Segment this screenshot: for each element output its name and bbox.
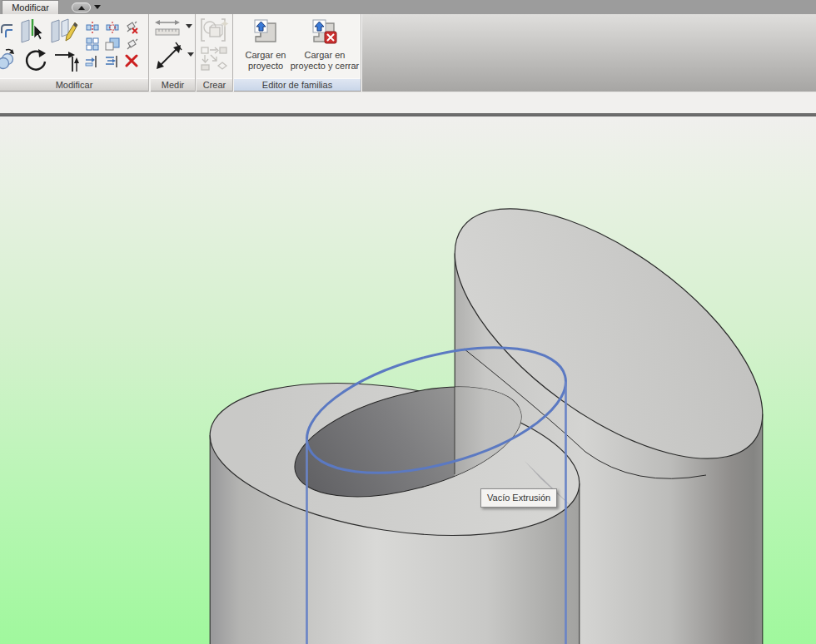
- create-similar-icon[interactable]: [201, 46, 229, 72]
- pin-icon[interactable]: [126, 38, 139, 51]
- ribbon-collapse-caret-icon[interactable]: [94, 5, 101, 9]
- load-into-project-and-close-label-line2: proyecto y cerrar: [289, 61, 361, 72]
- ribbon-empty-area: [361, 14, 816, 92]
- rotate-icon[interactable]: [22, 48, 48, 73]
- panel-label-modificar[interactable]: Modificar: [0, 78, 148, 92]
- scale-icon[interactable]: [105, 37, 120, 51]
- panel-crear-body: [197, 14, 232, 78]
- drawing-canvas[interactable]: Vacío Extrusión: [0, 115, 816, 644]
- trim-extend-multiple-icon[interactable]: [52, 47, 81, 73]
- 3d-view: [0, 116, 816, 644]
- array-icon[interactable]: [86, 37, 99, 51]
- load-into-project-and-close-icon: [311, 18, 339, 45]
- offset-icon[interactable]: [0, 22, 14, 42]
- measure-icon[interactable]: [154, 17, 182, 39]
- panel-editor-body: Cargar en proyecto Cargar en proyecto y …: [234, 14, 361, 78]
- panel-label-medir[interactable]: Medir: [151, 78, 195, 92]
- panel-label-crear[interactable]: Crear: [197, 78, 232, 92]
- load-into-project-label-line1: Cargar en: [236, 50, 296, 61]
- align-icon[interactable]: [85, 55, 99, 68]
- panel-medir-body: [151, 14, 195, 78]
- aligned-dimension-icon[interactable]: [155, 41, 183, 72]
- trim-extend-corner-icon[interactable]: [20, 17, 47, 44]
- panel-modificar: Modificar: [0, 14, 149, 92]
- ribbon-tab-row: Modificar: [0, 0, 816, 14]
- options-bar: [0, 92, 816, 115]
- aligned-dimension-dropdown-caret-icon[interactable]: [187, 52, 194, 57]
- panel-modificar-body: [0, 14, 148, 78]
- measure-dropdown-caret-icon[interactable]: [186, 24, 192, 28]
- uncut-geometry-icon[interactable]: [106, 21, 119, 34]
- panel-editor-de-familias: Cargar en proyecto Cargar en proyecto y …: [234, 14, 361, 92]
- panel-medir: Medir: [151, 14, 196, 92]
- panel-label-editor-de-familias[interactable]: Editor de familias: [234, 78, 361, 92]
- ribbon-collapse-button[interactable]: [72, 2, 91, 12]
- panel-crear: Crear: [197, 14, 233, 92]
- align-multiple-icon[interactable]: [105, 55, 120, 68]
- copy-icon[interactable]: [0, 47, 16, 72]
- create-group-icon[interactable]: [199, 17, 229, 45]
- element-tooltip: Vacío Extrusión: [480, 488, 557, 508]
- split-element-icon[interactable]: [50, 17, 78, 44]
- ribbon-collapse-icon: [78, 6, 85, 10]
- load-into-project-and-close-button[interactable]: Cargar en proyecto y cerrar: [289, 16, 361, 77]
- load-into-project-button[interactable]: Cargar en proyecto: [236, 16, 296, 77]
- unpin-icon[interactable]: [125, 20, 140, 34]
- load-into-project-icon: [252, 18, 279, 45]
- ribbon: Modificar M: [0, 14, 816, 92]
- cut-geometry-icon[interactable]: [86, 21, 99, 34]
- load-into-project-label-line2: proyecto: [236, 61, 296, 72]
- delete-icon[interactable]: [125, 54, 138, 67]
- tab-modificar[interactable]: Modificar: [2, 0, 59, 14]
- revit-family-editor-window: Modificar: [0, 0, 816, 644]
- load-into-project-and-close-label-line1: Cargar en: [289, 50, 361, 61]
